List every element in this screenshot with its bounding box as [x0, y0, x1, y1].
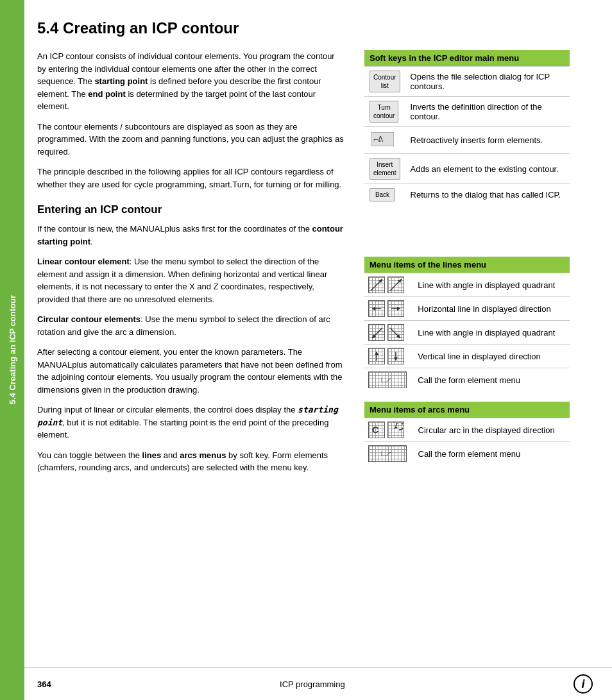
soft-key-row-4: Insertelement Adds an element to the exi…: [364, 154, 570, 184]
soft-key-row-5: Back Returns to the dialog that has call…: [364, 184, 570, 206]
svg-marker-7: [372, 307, 375, 311]
lines-menu-icons-3: [364, 321, 414, 345]
soft-key-desc-4: Adds an element to the existing contour.: [405, 154, 570, 184]
sidebar-label: 5.4 Creating an ICP contour: [8, 295, 17, 404]
line-angle-icon-1b[interactable]: [387, 277, 404, 293]
lines-menu-desc-2: Horizontal line in displayed direction: [414, 297, 570, 321]
lines-menu-icons-4: [364, 345, 414, 368]
lines-menu-desc-4: Vertical line in displayed direction: [414, 345, 570, 368]
arcs-menu-desc-1: Circular arc in the displayed direction: [414, 418, 570, 442]
bottom-bar: 364 ICP programming i: [24, 667, 612, 700]
lines-menu-header-text: Menu items of the lines menu: [364, 257, 570, 273]
soft-key-btn-4[interactable]: Insertelement: [364, 154, 405, 184]
entering-p6: You can toggle between the lines and arc…: [37, 449, 345, 474]
lines-menu-row-1: Line with angle in displayed quadrant: [364, 273, 570, 297]
entering-p5: During input of linear or circular eleme…: [37, 404, 345, 441]
svg-text:⌐ᕕ: ⌐ᕕ: [373, 135, 384, 144]
intro-p1: An ICP contour consists of individual co…: [37, 50, 345, 113]
soft-keys-header-text: Soft keys in the ICP editor main menu: [364, 50, 570, 67]
vert-line-icon-4b[interactable]: [387, 348, 404, 364]
lines-menu-row-3: Line with angle in displayed quadrant: [364, 321, 570, 345]
lines-menu-icons-1: [364, 273, 414, 297]
soft-key-desc-5: Returns to the dialog that has called IC…: [405, 184, 570, 206]
intro-p3: The principle described in the following…: [37, 166, 345, 191]
entering-p4: After selecting a contour element, you e…: [37, 346, 345, 396]
horiz-line-icon-2b[interactable]: [387, 300, 404, 317]
left-column: An ICP contour consists of individual co…: [37, 50, 345, 482]
arcs-menu-header: Menu items of arcs menu: [364, 402, 570, 418]
soft-key-btn-3[interactable]: ⌐ᕕ: [364, 127, 405, 154]
lines-menu-row-2: Horizontal line in displayed direction: [364, 297, 570, 321]
arc-icon-1a[interactable]: C: [368, 422, 385, 438]
svg-text:C: C: [372, 425, 378, 435]
sidebar: 5.4 Creating an ICP contour: [0, 0, 24, 700]
arcs-menu-desc-2: Call the form element menu: [414, 442, 570, 466]
line-angle-icon-3b[interactable]: [387, 324, 404, 341]
entering-p2: Linear contour element: Use the menu sym…: [37, 255, 345, 305]
arc-icon-1b[interactable]: [387, 422, 404, 438]
lines-menu-row-5: Call the form element menu: [364, 368, 570, 392]
svg-marker-18: [390, 379, 392, 380]
arcs-menu-row-1: C Circular ar: [364, 418, 570, 442]
entering-section-heading: Entering an ICP contour: [37, 203, 345, 216]
page-number: 364: [37, 679, 51, 689]
lines-menu-icons-5: [364, 368, 414, 392]
lines-menu-table: Menu items of the lines menu: [364, 257, 570, 391]
soft-key-desc-3: Retroactively inserts form elements.: [405, 127, 570, 154]
svg-marker-17: [394, 357, 398, 361]
lines-menu-row-4: Vertical line in displayed direction: [364, 345, 570, 368]
svg-marker-20: [394, 426, 398, 429]
arcs-menu-icons-2: [364, 442, 414, 466]
soft-key-row-3: ⌐ᕕ Retroactively inserts form elements.: [364, 127, 570, 154]
arcs-menu-icons-1: C: [364, 418, 414, 442]
arcs-menu-header-text: Menu items of arcs menu: [364, 402, 570, 418]
form-element-icon-5[interactable]: [368, 371, 407, 388]
lines-menu-icons-2: [364, 297, 414, 321]
soft-key-row-1: Contourlist Opens the file selection dia…: [364, 67, 570, 97]
page-title: 5.4 Creating an ICP contour: [37, 19, 593, 37]
horiz-line-icon-2a[interactable]: [368, 300, 385, 317]
entering-p3: Circular contour elements: Use the menu …: [37, 313, 345, 338]
right-column: Soft keys in the ICP editor main menu Co…: [364, 50, 570, 482]
page-label: ICP programming: [280, 679, 345, 689]
lines-menu-desc-1: Line with angle in displayed quadrant: [414, 273, 570, 297]
soft-key-desc-2: Inverts the definition direction of the …: [405, 97, 570, 127]
soft-key-btn-1[interactable]: Contourlist: [364, 67, 405, 97]
soft-keys-table: Soft keys in the ICP editor main menu Co…: [364, 50, 570, 205]
soft-key-desc-1: Opens the file selection dialog for ICP …: [405, 67, 570, 97]
arcs-menu-table: Menu items of arcs menu C: [364, 402, 570, 465]
svg-marker-21: [390, 452, 392, 454]
soft-keys-header: Soft keys in the ICP editor main menu: [364, 50, 570, 67]
lines-menu-desc-3: Line with angle in displayed quadrant: [414, 321, 570, 345]
svg-marker-15: [375, 352, 378, 355]
soft-key-btn-2[interactable]: Turncontour: [364, 97, 405, 127]
lines-menu-header: Menu items of the lines menu: [364, 257, 570, 273]
entering-p1: If the contour is new, the MANUALplus as…: [37, 223, 345, 248]
lines-menu-desc-5: Call the form element menu: [414, 368, 570, 392]
svg-marker-9: [397, 307, 400, 311]
soft-key-btn-5[interactable]: Back: [364, 184, 405, 206]
line-angle-icon-1a[interactable]: [368, 277, 385, 293]
vert-line-icon-4a[interactable]: [368, 348, 385, 364]
intro-p2: The contour elements / subcontours are d…: [37, 121, 345, 158]
soft-key-row-2: Turncontour Inverts the definition direc…: [364, 97, 570, 127]
line-angle-icon-3a[interactable]: [368, 324, 385, 341]
arc-form-icon-2[interactable]: [368, 445, 407, 462]
info-badge: i: [574, 674, 593, 694]
arcs-menu-row-2: Call the form element menu: [364, 442, 570, 466]
